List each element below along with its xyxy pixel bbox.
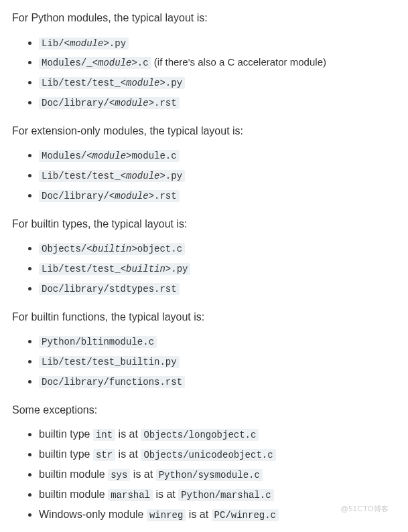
item-mid: is at: [153, 489, 178, 500]
list-item: builtin type int is at Objects/longobjec…: [39, 425, 396, 444]
code-segment: marshal: [108, 489, 153, 501]
list-item: Lib/test/test_<module>.py: [39, 73, 396, 92]
item-prefix: builtin type: [39, 428, 93, 440]
code-segment: PC/winreg.c: [212, 509, 279, 521]
item-mid: is at: [115, 428, 141, 440]
item-prefix: builtin module: [39, 468, 108, 480]
list-item: Lib/<module>.py: [39, 33, 396, 52]
list-item: Modules/_<module>.c (if there's also a C…: [39, 53, 396, 72]
code-segment: Lib/test/test_<module>.py: [39, 170, 185, 182]
item-mid: is at: [115, 448, 141, 460]
code-segment: winreg: [147, 509, 186, 521]
list-item: Doc/library/functions.rst: [39, 372, 396, 391]
code-segment: sys: [108, 469, 130, 481]
code-segment: str: [93, 449, 115, 461]
layout-list: Objects/<builtin>object.c Lib/test/test_…: [12, 239, 396, 297]
list-item: Doc/library/<module>.rst: [39, 93, 396, 112]
code-segment: Python/bltinmodule.c: [39, 336, 157, 348]
section-heading: For extension-only modules, the typical …: [12, 122, 396, 140]
code-segment: Lib/<module>.py: [39, 37, 129, 50]
layout-list: Python/bltinmodule.c Lib/test/test_built…: [12, 332, 396, 390]
list-item: builtin module marshal is at Python/mars…: [39, 485, 396, 504]
code-segment: Objects/longobject.c: [141, 429, 259, 441]
list-item: Lib/test/test_<module>.py: [39, 166, 396, 185]
watermark: @51CTO博客: [341, 503, 389, 515]
exceptions-list: builtin type int is at Objects/longobjec…: [12, 425, 396, 523]
layout-list: Modules/<module>module.c Lib/test/test_<…: [12, 146, 396, 204]
item-mid: is at: [130, 468, 155, 480]
code-segment: Objects/unicodeobject.c: [141, 449, 275, 461]
layout-list: Lib/<module>.py Modules/_<module>.c (if …: [12, 33, 396, 112]
list-item: Doc/library/<module>.rst: [39, 186, 396, 205]
list-item: builtin module sys is at Python/sysmodul…: [39, 465, 396, 484]
code-segment: Python/sysmodule.c: [156, 469, 263, 481]
section-heading: For builtin functions, the typical layou…: [12, 308, 396, 326]
code-segment: Lib/test/test_<builtin>.py: [39, 263, 190, 275]
list-item: Python/bltinmodule.c: [39, 332, 396, 351]
list-item: Lib/test/test_builtin.py: [39, 352, 396, 371]
section-heading: For builtin types, the typical layout is…: [12, 215, 396, 233]
code-segment: Doc/library/stdtypes.rst: [39, 283, 180, 295]
code-segment: Modules/_<module>.c: [39, 57, 151, 69]
section-heading: For Python modules, the typical layout i…: [12, 9, 396, 27]
code-segment: int: [93, 429, 115, 441]
code-segment: Doc/library/<module>.rst: [39, 190, 180, 202]
code-segment: Objects/<builtin>object.c: [39, 243, 185, 255]
item-suffix: (if there's also a C accelerator module): [151, 56, 326, 68]
item-prefix: builtin type: [39, 448, 93, 460]
code-segment: Python/marshal.c: [178, 489, 273, 501]
list-item: Lib/test/test_<builtin>.py: [39, 259, 396, 278]
code-segment: Modules/<module>module.c: [39, 150, 180, 162]
item-mid: is at: [186, 509, 211, 520]
code-segment: Doc/library/<module>.rst: [39, 97, 180, 109]
list-item: Doc/library/stdtypes.rst: [39, 279, 396, 298]
code-segment: Lib/test/test_<module>.py: [39, 77, 185, 89]
section-heading: Some exceptions:: [12, 402, 396, 419]
list-item: builtin type str is at Objects/unicodeob…: [39, 445, 396, 464]
item-prefix: builtin module: [39, 489, 108, 500]
list-item: Modules/<module>module.c: [39, 146, 396, 165]
item-prefix: Windows-only module: [39, 509, 147, 520]
list-item: Objects/<builtin>object.c: [39, 239, 396, 258]
code-segment: Lib/test/test_builtin.py: [39, 356, 180, 368]
code-segment: Doc/library/functions.rst: [39, 376, 185, 388]
